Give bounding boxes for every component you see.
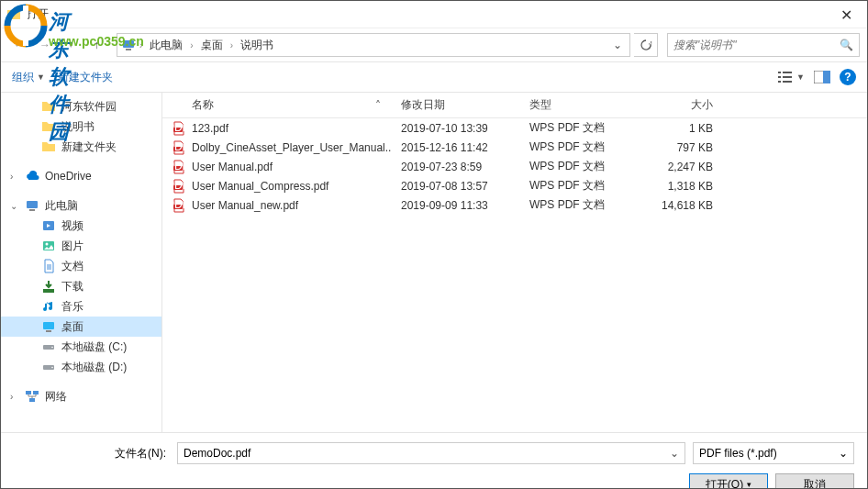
close-button[interactable]: ✕ xyxy=(826,1,867,28)
cancel-button[interactable]: 取消 xyxy=(775,473,854,489)
chevron-down-icon: ⌄ xyxy=(10,201,19,211)
toolbar: 组织▼ 新建文件夹 ▼ ? xyxy=(1,61,867,93)
file-name: User Manual_new.pdf xyxy=(192,199,298,212)
tree-pc-item[interactable]: 本地磁盘 (D:) xyxy=(1,357,161,377)
chevron-right-icon: › xyxy=(10,392,19,402)
svg-text:PDF: PDF xyxy=(172,160,186,172)
breadcrumb-item[interactable]: 说明书 xyxy=(237,38,277,53)
file-name: Dolby_CineAsset_Player_User_Manual... xyxy=(192,141,392,154)
svg-rect-7 xyxy=(783,76,792,78)
column-name[interactable]: 名称˄ xyxy=(162,97,392,113)
file-row[interactable]: PDF123.pdf2019-07-10 13:39WPS PDF 文档1 KB xyxy=(162,118,867,138)
search-input[interactable] xyxy=(673,39,840,51)
file-row[interactable]: PDFUser Manual.pdf2019-07-23 8:59WPS PDF… xyxy=(162,157,867,176)
titlebar: 打开 ✕ xyxy=(1,1,867,28)
file-type: WPS PDF 文档 xyxy=(520,139,630,155)
file-type: WPS PDF 文档 xyxy=(520,159,630,174)
content-area: 河东软件园 说明书 新建文件夹 ›OneDrive ⌄此电脑 视频图片文档下载音… xyxy=(1,93,867,432)
drive-icon xyxy=(41,339,56,354)
svg-rect-2 xyxy=(123,40,134,48)
back-button[interactable]: ← xyxy=(8,34,30,56)
file-row[interactable]: PDFUser Manual_new.pdf2019-09-09 11:33WP… xyxy=(162,195,867,215)
svg-rect-5 xyxy=(783,72,792,73)
pc-icon xyxy=(121,38,136,52)
up-button[interactable]: ↑ xyxy=(85,34,107,56)
chevron-down-icon: ⌄ xyxy=(839,447,848,460)
tree-thispc[interactable]: ⌄此电脑 xyxy=(1,195,161,216)
tree-pc-item[interactable]: 图片 xyxy=(1,236,161,256)
pdf-file-icon: PDF xyxy=(172,160,186,174)
svg-rect-4 xyxy=(778,72,781,73)
file-date: 2019-07-23 8:59 xyxy=(392,161,520,173)
pc-icon xyxy=(25,198,39,213)
search-icon[interactable]: 🔍 xyxy=(840,39,853,51)
refresh-button[interactable] xyxy=(634,33,658,57)
tree-pc-item[interactable]: 视频 xyxy=(1,216,161,236)
svg-point-23 xyxy=(51,367,53,369)
footer: 文件名(N): ⌄ PDF files (*.pdf) ⌄ 打开(O)▾ 取消 xyxy=(1,432,867,489)
help-button[interactable]: ? xyxy=(840,69,856,85)
breadcrumb-item[interactable]: 桌面 xyxy=(197,38,227,53)
column-date[interactable]: 修改日期 xyxy=(392,97,520,113)
filename-input[interactable] xyxy=(184,447,670,460)
tree-onedrive[interactable]: ›OneDrive xyxy=(1,166,161,186)
pdf-file-icon: PDF xyxy=(172,140,186,155)
tree-folder[interactable]: 河东软件园 xyxy=(1,96,161,117)
chevron-right-icon: › xyxy=(10,172,19,182)
tree-folder[interactable]: 新建文件夹 xyxy=(1,137,161,157)
file-date: 2015-12-16 11:42 xyxy=(392,141,520,154)
download-icon xyxy=(41,279,56,294)
column-size[interactable]: 大小 xyxy=(630,97,722,113)
svg-text:PDF: PDF xyxy=(172,179,186,192)
preview-icon xyxy=(814,71,830,83)
file-row[interactable]: PDFUser Manual_Compress.pdf2019-07-08 13… xyxy=(162,176,867,195)
svg-rect-25 xyxy=(33,391,39,395)
file-name: User Manual.pdf xyxy=(192,161,273,173)
tree-pc-item[interactable]: 本地磁盘 (C:) xyxy=(1,337,161,357)
new-folder-button[interactable]: 新建文件夹 xyxy=(58,70,113,85)
drive-icon xyxy=(41,360,56,374)
sort-indicator-icon: ˄ xyxy=(373,99,383,112)
view-options-button[interactable]: ▼ xyxy=(778,71,805,83)
breadcrumb-dropdown[interactable]: ⌄ xyxy=(609,39,626,51)
list-view-icon xyxy=(778,71,795,83)
svg-rect-24 xyxy=(26,391,31,395)
recent-dropdown[interactable]: ▾ xyxy=(60,34,82,56)
file-date: 2019-07-10 13:39 xyxy=(392,122,520,135)
tree-pc-item[interactable]: 下载 xyxy=(1,276,161,296)
organize-button[interactable]: 组织▼ xyxy=(12,70,45,85)
breadcrumb-item[interactable]: 此电脑 xyxy=(146,38,186,53)
svg-rect-13 xyxy=(29,209,35,211)
folder-icon xyxy=(6,7,21,22)
file-size: 1 KB xyxy=(630,122,722,135)
tree-pc-item[interactable]: 音乐 xyxy=(1,296,161,317)
chevron-right-icon: › xyxy=(138,40,144,50)
forward-button[interactable]: → xyxy=(34,34,56,56)
tree-network[interactable]: ›网络 xyxy=(1,386,161,406)
svg-rect-9 xyxy=(783,81,792,83)
svg-point-21 xyxy=(51,347,53,349)
file-date: 2019-07-08 13:57 xyxy=(392,180,520,193)
file-size: 797 KB xyxy=(630,141,722,154)
chevron-down-icon[interactable]: ⌄ xyxy=(670,447,679,460)
svg-point-17 xyxy=(46,243,49,246)
file-list: 名称˄ 修改日期 类型 大小 PDF123.pdf2019-07-10 13:3… xyxy=(162,93,867,432)
chevron-right-icon: › xyxy=(228,40,235,50)
file-size: 2,247 KB xyxy=(630,161,722,173)
svg-rect-3 xyxy=(126,49,131,50)
filetype-filter[interactable]: PDF files (*.pdf) ⌄ xyxy=(693,442,854,464)
tree-pc-item[interactable]: 桌面 xyxy=(1,317,161,337)
pdf-file-icon: PDF xyxy=(172,198,186,213)
pdf-file-icon: PDF xyxy=(172,179,186,194)
file-row[interactable]: PDFDolby_CineAsset_Player_User_Manual...… xyxy=(162,138,867,157)
video-icon xyxy=(41,218,56,233)
svg-text:PDF: PDF xyxy=(172,140,186,153)
filename-combobox[interactable]: ⌄ xyxy=(177,442,685,464)
tree-pc-item[interactable]: 文档 xyxy=(1,256,161,276)
column-type[interactable]: 类型 xyxy=(520,97,630,113)
preview-pane-button[interactable] xyxy=(814,71,830,83)
breadcrumb[interactable]: › 此电脑 › 桌面 › 说明书 ⌄ xyxy=(117,33,630,57)
search-box[interactable]: 🔍 xyxy=(667,33,860,57)
open-button[interactable]: 打开(O)▾ xyxy=(689,473,768,489)
tree-folder[interactable]: 说明书 xyxy=(1,117,161,137)
